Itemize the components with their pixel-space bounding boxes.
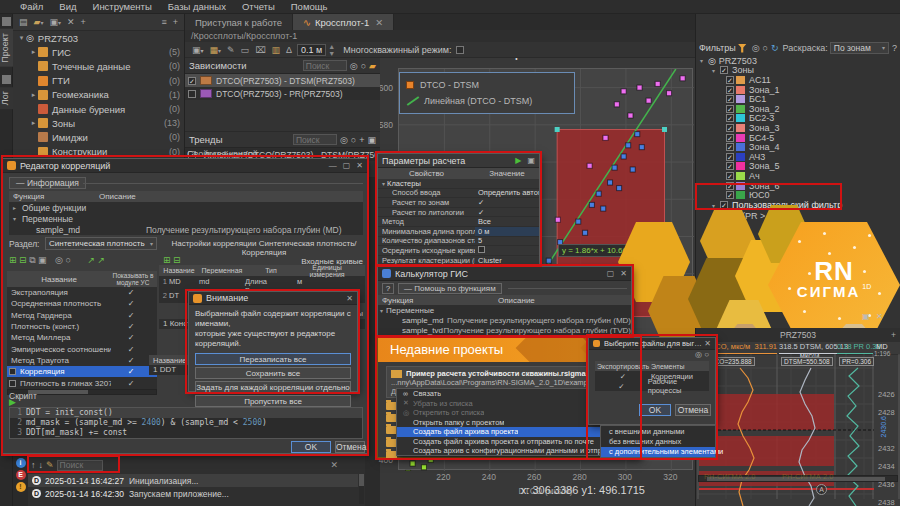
tab-crossplot[interactable]: ∿ Кроссплот-1 ✕ xyxy=(293,14,394,30)
data-point[interactable] xyxy=(637,85,642,90)
uncheck-all-icon[interactable]: ○ xyxy=(704,350,709,359)
param-value[interactable]: ✓ xyxy=(475,198,539,207)
checkbox[interactable] xyxy=(188,90,196,98)
checkbox[interactable]: ✓ xyxy=(730,212,738,220)
log-curve[interactable] xyxy=(847,368,859,506)
histogram-icon[interactable]: ▥ xyxy=(272,45,281,55)
zone-item-АЧ3[interactable]: ✓АЧ3 xyxy=(696,152,900,162)
zone-item-Зона_6[interactable]: ✓Зона_6 xyxy=(696,181,900,191)
zone-item-Зона_1[interactable]: ✓Зона_1 xyxy=(696,85,900,95)
remove-row-icon[interactable]: ⊟ xyxy=(19,255,27,265)
filter-icon[interactable] xyxy=(738,44,747,53)
check-all-icon[interactable]: ◎ xyxy=(752,43,760,53)
check-all-icon[interactable]: ◎ xyxy=(340,135,348,145)
info-icon[interactable]: i xyxy=(16,458,26,468)
new-document-icon[interactable]: ▤ xyxy=(19,17,28,27)
data-point[interactable] xyxy=(603,135,608,140)
export-row[interactable]: ✓Рабочие процессы xyxy=(595,381,709,391)
calc-function-row[interactable]: ▾Переменные xyxy=(378,305,631,315)
tree-item-PRZ7503[interactable]: ▾◎PRZ7503 xyxy=(13,31,184,45)
data-point[interactable] xyxy=(555,217,560,222)
param-row[interactable]: Осреднить исходные кривые xyxy=(378,246,539,256)
param-row[interactable]: МетодВсе xyxy=(378,217,539,227)
dependency-item[interactable]: ✓DTCO(PRZ7503) - DTSM(PRZ7503) xyxy=(185,74,380,87)
list-view-icon[interactable]: ≡ xyxy=(161,17,166,27)
checkbox[interactable]: ✓ xyxy=(726,153,734,161)
expander-icon[interactable]: ▾ xyxy=(17,34,26,42)
data-point[interactable] xyxy=(406,470,411,471)
run-script-icon[interactable]: ▶ xyxy=(9,397,16,407)
close-icon[interactable]: ✕ xyxy=(620,269,627,278)
zone-item-БС1[interactable]: ✓БС1 xyxy=(696,94,900,104)
check-all-icon[interactable]: ◎ xyxy=(695,350,702,359)
help-icon[interactable]: ? xyxy=(382,283,394,294)
data-point[interactable] xyxy=(608,180,613,185)
chart-icon[interactable]: ↗ xyxy=(87,255,95,265)
check-all-icon[interactable]: ◎ xyxy=(350,61,358,71)
zone-item-БС4-5[interactable]: ✓БС4-5 xyxy=(696,133,900,143)
expander-icon[interactable]: ▸ xyxy=(29,48,38,56)
zone-item-Ач[interactable]: ✓Ач xyxy=(696,171,900,181)
log-search-input[interactable] xyxy=(57,460,103,471)
maximize-icon[interactable]: ▢ xyxy=(607,269,615,278)
well-tab[interactable]: PRZ7503 xyxy=(780,330,816,340)
calculation-params-dialog[interactable]: Параметры расчета ▶▣ Свойство Значение ▾… xyxy=(377,153,540,264)
archive-submenu[interactable]: с внешними даннымибез внешних данныхс до… xyxy=(600,425,716,458)
tree-item-Геомеханика[interactable]: ▸Геомеханика(1) xyxy=(13,88,184,102)
export-checkbox[interactable]: ✓ xyxy=(595,382,648,391)
warning-button-3[interactable]: Задать для каждой корреляции отдельно xyxy=(195,381,351,393)
data-point[interactable] xyxy=(621,154,626,159)
data-point[interactable] xyxy=(587,163,592,168)
data-point[interactable] xyxy=(630,167,635,172)
zone-item-Зона_2[interactable]: ✓Зона_2 xyxy=(696,104,900,114)
method-row-Экстраполяция[interactable]: Экстраполяция✓ xyxy=(7,287,157,298)
delete-icon[interactable]: ✕ xyxy=(67,17,75,27)
calc-function-row[interactable]: sample_mdПолучение результирующего набор… xyxy=(378,315,631,325)
param-value[interactable]: 5 xyxy=(475,236,539,245)
cancel-button[interactable]: Отмена xyxy=(675,404,711,416)
close-icon[interactable]: ✕ xyxy=(356,161,363,170)
expander-icon[interactable]: ▾ xyxy=(712,67,720,74)
function-row[interactable]: ▾Переменные xyxy=(9,213,363,224)
image-export-icon[interactable]: ▦▾ xyxy=(210,45,222,55)
data-point[interactable] xyxy=(614,102,619,107)
tree-item-Точечные данные[interactable]: Точечные данные(0) xyxy=(13,59,184,73)
custom-filter[interactable]: ▾✓Пользовательский фильтр xyxy=(696,200,900,211)
data-point[interactable] xyxy=(410,461,415,466)
chart-legend[interactable]: DTCO - DTSM Линейная (DTCO - DTSM) xyxy=(399,72,575,114)
data-point[interactable] xyxy=(596,191,601,196)
trash-icon[interactable]: ⌧ xyxy=(255,45,265,55)
checkbox[interactable]: ✓ xyxy=(726,162,734,170)
run-icon[interactable]: ▶ xyxy=(515,156,521,165)
show-checkbox[interactable]: ✓ xyxy=(111,311,151,320)
param-row[interactable]: Результат кластеризации (имя)Cluster xyxy=(378,256,539,266)
arrow-up-icon[interactable]: ↑ xyxy=(31,460,36,470)
show-checkbox[interactable]: ✓ xyxy=(111,288,151,297)
filter-root[interactable]: ▾◎PRZ7503 xyxy=(696,56,900,66)
method-row-Осредненная плотность[interactable]: Осредненная плотность✓ xyxy=(7,298,157,309)
add-row-icon[interactable]: ⊞ xyxy=(163,255,171,265)
menu-item-Базы данных[interactable]: Базы данных xyxy=(160,1,234,12)
checkbox[interactable]: ✓ xyxy=(726,172,734,180)
param-row[interactable]: Минимальная длина пропластка0 м xyxy=(378,227,539,237)
show-checkbox[interactable]: ✓ xyxy=(111,299,151,308)
checkbox[interactable]: ✓ xyxy=(726,114,734,122)
auto-scale-icon[interactable]: A xyxy=(816,484,827,495)
method-row-Корреляция[interactable]: Корреляция✓ xyxy=(7,366,157,377)
checkbox[interactable]: ✓ xyxy=(726,143,734,151)
add-view-icon[interactable]: + xyxy=(173,17,178,27)
dock-tab-log[interactable]: Лог xyxy=(0,87,13,109)
uncheck-all-icon[interactable]: ○ xyxy=(351,135,356,145)
cancel-button[interactable]: Отмена xyxy=(335,441,365,453)
data-point[interactable] xyxy=(667,91,672,96)
method-row-Метод Гарднера[interactable]: Метод Гарднера✓ xyxy=(7,310,157,321)
show-checkbox[interactable]: ✓ xyxy=(111,345,151,354)
maximize-icon[interactable]: ▢ xyxy=(343,161,351,170)
ok-button[interactable]: OK xyxy=(639,404,671,416)
warning-dialog[interactable]: Внимание ✕ Выбранный файл содержит корре… xyxy=(188,291,358,392)
gis-calculator-dialog[interactable]: Калькулятор ГИС ▢✕ ? — Помощь по функция… xyxy=(377,266,632,336)
checkbox[interactable] xyxy=(9,368,16,375)
data-point[interactable] xyxy=(639,145,644,150)
expander-icon[interactable]: ▾ xyxy=(700,57,708,64)
data-point[interactable] xyxy=(646,98,651,103)
